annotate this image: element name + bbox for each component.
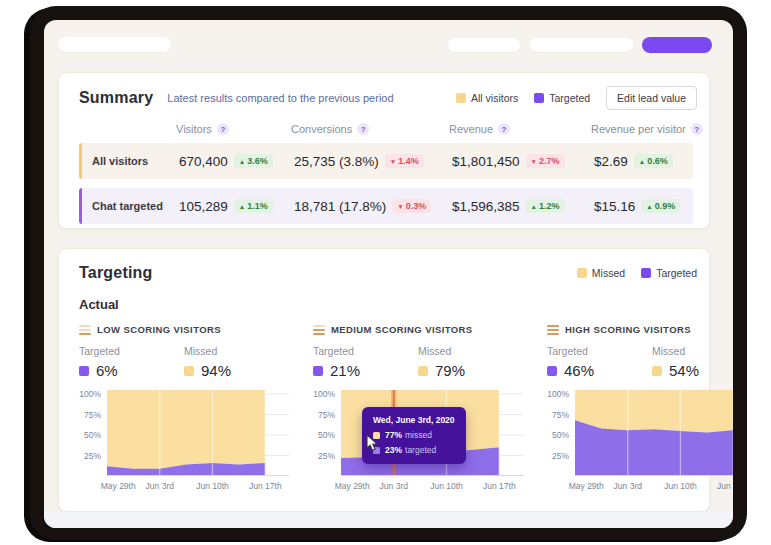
cell-revenue-per-visitor: $15.16 0.9% (594, 199, 693, 214)
area-chart-low[interactable]: 100% 75% 50% 25% May 29thJun 3rd Jun 10t… (79, 390, 289, 492)
summary-subtitle: Latest results compared to the previous … (167, 92, 393, 104)
legend-missed: Missed (577, 267, 625, 279)
targeting-title: Targeting (79, 264, 153, 282)
cell-conversions: 25,735 (3.8%) 1.4% (294, 154, 452, 169)
cell-revenue: $1,596,385 1.2% (452, 199, 594, 214)
legend-all-visitors: All visitors (456, 92, 518, 104)
targeted-swatch (313, 366, 323, 376)
score-level-icon (79, 325, 91, 335)
targeted-swatch (79, 366, 89, 376)
x-axis: May 29thJun 3rd Jun 10thJun 17th (575, 476, 733, 492)
stat-targeted: Targeted 21% (313, 345, 418, 379)
help-icon[interactable]: ? (357, 123, 369, 135)
cell-revenue: $1,801,450 2.7% (452, 154, 594, 169)
table-row-chat-targeted: Chat targeted 105,289 1.1% 18,781 (17.8%… (79, 188, 693, 224)
tooltip-missed-row: 77% missed (373, 430, 455, 440)
topbar-pill-left[interactable] (58, 37, 171, 52)
col-conversions: Conversions ? (291, 123, 449, 135)
missed-swatch (577, 268, 587, 278)
app-screen: Summary Latest results compared to the p… (44, 20, 733, 528)
cell-visitors: 670,400 3.6% (179, 154, 294, 169)
summary-card: Summary Latest results compared to the p… (58, 72, 710, 229)
topbar-pill-b[interactable] (530, 38, 633, 52)
summary-legend: All visitors Targeted (456, 92, 590, 104)
stat-missed: Missed 94% (184, 345, 289, 379)
change-badge: 0.3% (392, 199, 431, 213)
chart-canvas[interactable] (107, 390, 289, 476)
change-badge: 1.1% (234, 199, 273, 213)
targeted-swatch (547, 366, 557, 376)
summary-table-header: Visitors ? Conversions ? Revenue ? Reven… (89, 123, 693, 135)
summary-title: Summary (79, 89, 153, 107)
change-badge: 1.4% (385, 154, 424, 168)
change-badge: 0.6% (634, 154, 673, 168)
targeted-swatch (534, 93, 544, 103)
cell-revenue-per-visitor: $2.69 0.6% (594, 154, 693, 169)
missed-swatch (652, 366, 662, 376)
change-badge: 3.6% (234, 154, 273, 168)
help-icon[interactable]: ? (217, 123, 229, 135)
stat-targeted: Targeted 46% (547, 345, 652, 379)
table-row-all-visitors: All visitors 670,400 3.6% 25,735 (3.8%) … (79, 143, 693, 179)
stat-missed: Missed 54% (652, 345, 733, 379)
edit-lead-value-button[interactable]: Edit lead value (606, 86, 697, 110)
score-level-icon (313, 325, 325, 335)
y-axis: 100% 75% 50% 25% (79, 390, 107, 476)
stat-missed: Missed 79% (418, 345, 523, 379)
col-revenue-per-visitor: Revenue per visitor ? (591, 123, 703, 135)
targeting-legend: Missed Targeted (577, 267, 697, 279)
x-axis: May 29thJun 3rd Jun 10thJun 17th (341, 476, 523, 492)
change-badge: 1.2% (526, 199, 565, 213)
missed-swatch (418, 366, 428, 376)
panel-heading: MEDIUM SCORING VISITORS (331, 324, 473, 335)
cell-conversions: 18,781 (17.8%) 0.3% (294, 199, 452, 214)
page: Summary Latest results compared to the p… (0, 0, 771, 545)
area-chart-high[interactable]: 100% 75% 50% 25% May 29thJun 3rd Jun 10t… (547, 390, 733, 492)
topbar-pill-a[interactable] (448, 38, 520, 52)
missed-swatch (184, 366, 194, 376)
legend-targeted: Targeted (641, 267, 697, 279)
score-level-icon (547, 325, 559, 335)
col-revenue: Revenue ? (449, 123, 591, 135)
panel-heading: LOW SCORING VISITORS (97, 324, 221, 335)
actual-label: Actual (79, 297, 709, 312)
x-axis: May 29thJun 3rd Jun 10thJun 17th (107, 476, 289, 492)
panel-heading: HIGH SCORING VISITORS (565, 324, 691, 335)
chart-canvas[interactable] (575, 390, 733, 476)
cell-visitors: 105,289 1.1% (179, 199, 294, 214)
all-visitors-swatch (456, 93, 466, 103)
mouse-cursor-icon (366, 434, 379, 452)
tooltip-date: Wed, June 3rd, 2020 (373, 415, 455, 425)
bottom-strip (44, 512, 733, 528)
y-axis: 100% 75% 50% 25% (547, 390, 575, 476)
change-badge: 2.7% (526, 154, 565, 168)
help-icon[interactable]: ? (498, 123, 510, 135)
tooltip-targeted-row: 23% targeted (373, 445, 455, 455)
col-visitors: Visitors ? (176, 123, 291, 135)
y-axis: 100% 75% 50% 25% (313, 390, 341, 476)
help-icon[interactable]: ? (691, 123, 703, 135)
stat-targeted: Targeted 6% (79, 345, 184, 379)
legend-targeted: Targeted (534, 92, 590, 104)
panel-high-scoring: HIGH SCORING VISITORS Targeted 46% Misse… (547, 324, 733, 492)
change-badge: 0.9% (641, 199, 680, 213)
targeted-swatch (641, 268, 651, 278)
panel-low-scoring: LOW SCORING VISITORS Targeted 6% Missed … (79, 324, 289, 492)
device-frame: Summary Latest results compared to the p… (30, 6, 747, 540)
topbar-cta-button[interactable] (642, 37, 712, 53)
targeting-card: Targeting Missed Targeted Actual (58, 248, 710, 512)
